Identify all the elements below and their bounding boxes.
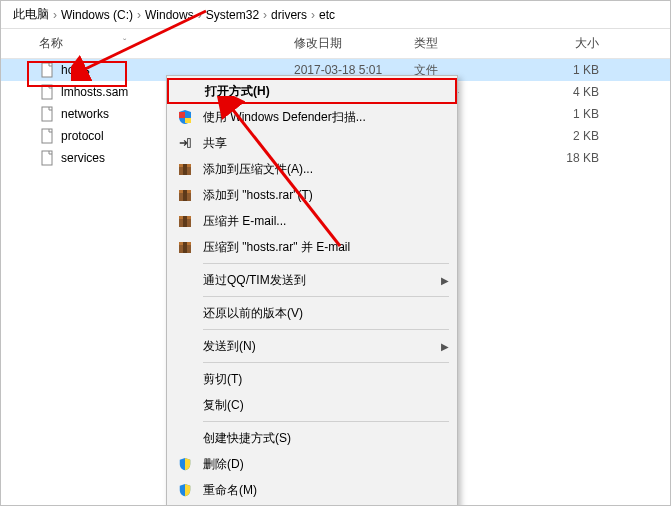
file-icon [39, 128, 55, 144]
menu-compress-hosts-email[interactable]: 压缩到 "hosts.rar" 并 E-mail [167, 234, 457, 260]
file-icon [39, 62, 55, 78]
crumb-segment[interactable]: Windows [143, 8, 196, 22]
winrar-icon [175, 185, 195, 205]
chevron-right-icon: ▶ [441, 275, 449, 286]
share-icon [175, 133, 195, 153]
col-name[interactable]: 名称ˇ [39, 35, 294, 52]
svg-rect-6 [185, 118, 191, 123]
context-menu: 打开方式(H) 使用 Windows Defender扫描... 共享 添加到压… [166, 75, 458, 506]
menu-shortcut[interactable]: 创建快捷方式(S) [167, 425, 457, 451]
menu-copy[interactable]: 复制(C) [167, 392, 457, 418]
blank-icon [175, 336, 195, 356]
file-icon [39, 106, 55, 122]
column-headers: 名称ˇ 修改日期 类型 大小 [1, 29, 670, 59]
menu-rename[interactable]: 重命名(M) [167, 477, 457, 503]
svg-rect-5 [179, 112, 185, 118]
col-size[interactable]: 大小 [529, 35, 619, 52]
sort-chevron-icon: ˇ [123, 38, 126, 49]
svg-rect-1 [42, 85, 52, 99]
menu-send-to[interactable]: 发送到(N) ▶ [167, 333, 457, 359]
menu-separator [203, 362, 449, 363]
menu-separator [203, 296, 449, 297]
svg-rect-19 [183, 242, 187, 253]
chevron-right-icon: › [51, 8, 59, 22]
blank-icon [175, 270, 195, 290]
menu-add-archive[interactable]: 添加到压缩文件(A)... [167, 156, 457, 182]
shield-icon [175, 107, 195, 127]
svg-rect-16 [183, 216, 187, 227]
chevron-right-icon: › [261, 8, 269, 22]
svg-rect-0 [42, 63, 52, 77]
crumb-segment[interactable]: System32 [204, 8, 261, 22]
file-size: 1 KB [529, 63, 619, 77]
chevron-right-icon: › [309, 8, 317, 22]
menu-cut[interactable]: 剪切(T) [167, 366, 457, 392]
winrar-icon [175, 159, 195, 179]
col-date[interactable]: 修改日期 [294, 35, 414, 52]
crumb-segment[interactable]: Windows (C:) [59, 8, 135, 22]
menu-delete[interactable]: 删除(D) [167, 451, 457, 477]
menu-add-hosts-rar[interactable]: 添加到 "hosts.rar"(T) [167, 182, 457, 208]
file-icon [39, 84, 55, 100]
svg-rect-13 [183, 190, 187, 201]
svg-rect-3 [42, 129, 52, 143]
menu-restore[interactable]: 还原以前的版本(V) [167, 300, 457, 326]
svg-rect-7 [188, 139, 191, 148]
blank-icon [175, 369, 195, 389]
crumb-segment[interactable]: 此电脑 [11, 6, 51, 23]
file-size: 4 KB [529, 85, 619, 99]
file-icon [39, 150, 55, 166]
blank-icon [175, 395, 195, 415]
menu-qq-tim[interactable]: 通过QQ/TIM发送到 ▶ [167, 267, 457, 293]
file-size: 2 KB [529, 129, 619, 143]
blank-icon [175, 303, 195, 323]
winrar-icon [175, 237, 195, 257]
breadcrumb[interactable]: 此电脑› Windows (C:)› Windows› System32› dr… [1, 1, 670, 29]
chevron-right-icon: › [196, 8, 204, 22]
menu-open-with[interactable]: 打开方式(H) [167, 78, 457, 104]
shield-icon [175, 454, 195, 474]
svg-rect-4 [42, 151, 52, 165]
blank-icon [177, 81, 197, 101]
file-size: 18 KB [529, 151, 619, 165]
chevron-right-icon: ▶ [441, 341, 449, 352]
blank-icon [175, 428, 195, 448]
menu-share[interactable]: 共享 [167, 130, 457, 156]
menu-separator [203, 329, 449, 330]
crumb-segment[interactable]: etc [317, 8, 337, 22]
svg-rect-2 [42, 107, 52, 121]
shield-icon [175, 480, 195, 500]
crumb-segment[interactable]: drivers [269, 8, 309, 22]
file-size: 1 KB [529, 107, 619, 121]
menu-defender[interactable]: 使用 Windows Defender扫描... [167, 104, 457, 130]
chevron-right-icon: › [135, 8, 143, 22]
winrar-icon [175, 211, 195, 231]
menu-separator [203, 263, 449, 264]
menu-separator [203, 421, 449, 422]
svg-rect-10 [183, 164, 187, 175]
col-type[interactable]: 类型 [414, 35, 529, 52]
menu-compress-email[interactable]: 压缩并 E-mail... [167, 208, 457, 234]
